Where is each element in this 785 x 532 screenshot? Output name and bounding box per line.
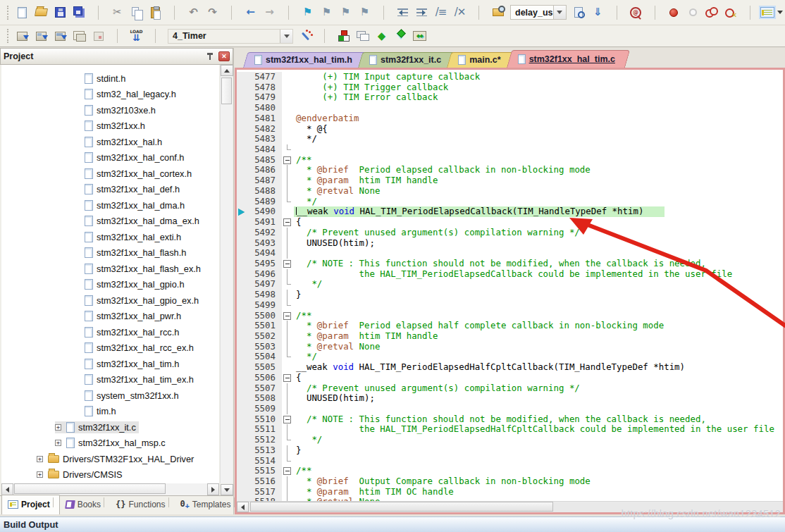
panel-tab[interactable]: Books [60, 495, 110, 514]
breakpoint-margin[interactable] [237, 373, 247, 383]
kill-all-breakpoints-button[interactable] [722, 4, 740, 21]
tree-item[interactable]: + stm32f1xx_hal_tim.h [1, 356, 219, 372]
breakpoint-margin[interactable] [237, 466, 247, 476]
panel-tab[interactable]: 0 Templates [175, 495, 240, 514]
breakpoint-margin[interactable] [237, 476, 247, 487]
fold-margin[interactable] [282, 269, 294, 280]
breakpoint-margin[interactable] [237, 311, 247, 321]
pin-icon[interactable] [206, 52, 214, 61]
code-line[interactable]: 5488 * @retval None [237, 186, 783, 197]
tree-item[interactable]: + Drivers/CMSIS [1, 467, 219, 483]
breakpoint-margin[interactable] [237, 269, 247, 280]
breakpoint-margin[interactable] [237, 300, 247, 311]
fold-margin[interactable] [282, 134, 294, 144]
save-button[interactable] [51, 4, 69, 21]
breakpoint-margin[interactable] [237, 82, 247, 93]
breakpoint-margin[interactable] [237, 290, 247, 300]
code-line[interactable]: 5482 * @{ [237, 124, 783, 135]
scroll-left-button[interactable] [237, 502, 249, 512]
breakpoint-margin[interactable] [237, 414, 247, 425]
code-line[interactable]: 5498 } [237, 290, 783, 300]
breakpoint-margin[interactable] [237, 206, 247, 217]
tree-item[interactable]: + stm32f1xx_hal_msp.c [1, 435, 219, 452]
code-line[interactable]: 5509 [237, 404, 783, 414]
code-line[interactable]: 5514 [237, 456, 783, 466]
build-button[interactable] [32, 27, 50, 45]
breakpoint-margin[interactable] [237, 72, 247, 82]
code-line[interactable]: 5496 the HAL_TIM_PeriodElapsedCallback c… [237, 269, 783, 280]
download-load-button[interactable] [128, 27, 145, 45]
breakpoint-margin[interactable] [237, 165, 247, 175]
previous-bookmark-button[interactable]: ⚑ [318, 4, 335, 21]
fold-margin[interactable] [282, 155, 294, 166]
search-dropdown-button[interactable] [553, 6, 566, 19]
breakpoint-margin[interactable] [237, 197, 247, 207]
scroll-left-button[interactable] [1, 483, 13, 495]
code-line[interactable]: 5508 UNUSED(htim); [237, 393, 783, 404]
fold-margin[interactable] [282, 311, 294, 321]
uncomment-button[interactable]: /✕ [451, 4, 469, 21]
code-line[interactable]: 5495 /* NOTE : This function should not … [237, 259, 783, 269]
fold-margin[interactable] [282, 300, 294, 311]
translate-button[interactable] [13, 27, 31, 45]
code-line[interactable]: 5510 /* NOTE : This function should not … [237, 414, 783, 425]
code-line[interactable]: 5484 [237, 144, 783, 155]
find-in-files-button[interactable] [489, 4, 507, 21]
breakpoint-margin[interactable] [237, 342, 247, 352]
tree-item[interactable]: + stm32f1xx_hal_rcc.h [1, 324, 219, 340]
fold-margin[interactable] [282, 124, 294, 135]
code-line[interactable]: 5499 [237, 300, 783, 311]
unindent-button[interactable] [394, 4, 412, 21]
code-line[interactable]: 5486 * @brief Period elapsed callback in… [237, 165, 783, 175]
code-line[interactable]: 5494 [237, 248, 783, 259]
clear-bookmarks-button[interactable]: ⚑ [356, 4, 373, 21]
pack-installer-button[interactable]: ◆ [373, 27, 390, 45]
tree-item[interactable]: + stm32f1xx.h [1, 118, 219, 135]
fold-margin[interactable] [282, 362, 294, 373]
find-button[interactable] [627, 4, 645, 21]
code-line[interactable]: 5506 { [237, 373, 783, 383]
code-line[interactable]: 5492 /* Prevent unused argument(s) compi… [237, 228, 783, 238]
breakpoint-margin[interactable] [237, 321, 247, 331]
save-all-button[interactable] [70, 4, 88, 21]
breakpoint-margin[interactable] [237, 238, 247, 249]
fold-margin[interactable] [282, 435, 294, 445]
breakpoint-margin[interactable] [237, 217, 247, 228]
code-view[interactable]: 5477 (+) TIM Input capture callback 5478… [237, 70, 783, 501]
breakpoint-margin[interactable] [237, 103, 247, 113]
code-line[interactable]: 5501 * @brief Period elapsed half comple… [237, 321, 783, 331]
tree-item[interactable]: + stm32f1xx_hal_dma_ex.h [1, 214, 219, 230]
expand-plus-icon[interactable]: + [37, 471, 43, 478]
breakpoint-margin[interactable] [237, 424, 247, 435]
search-combobox[interactable]: delay_us [510, 5, 567, 20]
fold-margin[interactable] [282, 228, 294, 238]
fold-margin[interactable] [282, 238, 294, 249]
manage-rte-button[interactable] [335, 27, 352, 45]
fold-margin[interactable] [282, 72, 294, 82]
expand-plus-icon[interactable]: + [55, 424, 61, 431]
code-line[interactable]: 5487 * @param htim TIM handle [237, 175, 783, 186]
scroll-up-button[interactable] [221, 65, 233, 76]
code-line[interactable]: 5512 */ [237, 435, 783, 445]
insert-breakpoint-button[interactable] [665, 4, 683, 21]
undo-button[interactable]: ↶ [185, 4, 202, 21]
manage-packs-button[interactable] [411, 27, 428, 45]
panel-tab[interactable]: Project [1, 495, 60, 514]
breakpoint-margin[interactable] [237, 186, 247, 197]
breakpoint-margin[interactable] [237, 248, 247, 259]
fold-margin[interactable] [282, 113, 294, 124]
breakpoint-margin[interactable] [237, 445, 247, 456]
expand-plus-icon[interactable]: + [37, 456, 43, 462]
stop-build-button[interactable] [89, 27, 107, 45]
debug-windows-button[interactable] [760, 4, 783, 21]
manage-project-items-button[interactable] [354, 27, 371, 45]
code-line[interactable]: 5481 @endverbatim [237, 113, 783, 124]
tree-item[interactable]: + stm32f1xx_hal_flash.h [1, 245, 219, 261]
code-line[interactable]: 5503 * @retval None [237, 342, 783, 352]
fold-margin[interactable] [282, 404, 294, 414]
editor-tab[interactable]: stm32f1xx_hal_tim.c [507, 50, 625, 68]
code-line[interactable]: 5485 /** [237, 155, 783, 166]
new-file-button[interactable] [13, 4, 31, 21]
tree-item[interactable]: + system_stm32f1xx.h [1, 388, 219, 404]
disable-breakpoint-button[interactable] [684, 4, 702, 21]
